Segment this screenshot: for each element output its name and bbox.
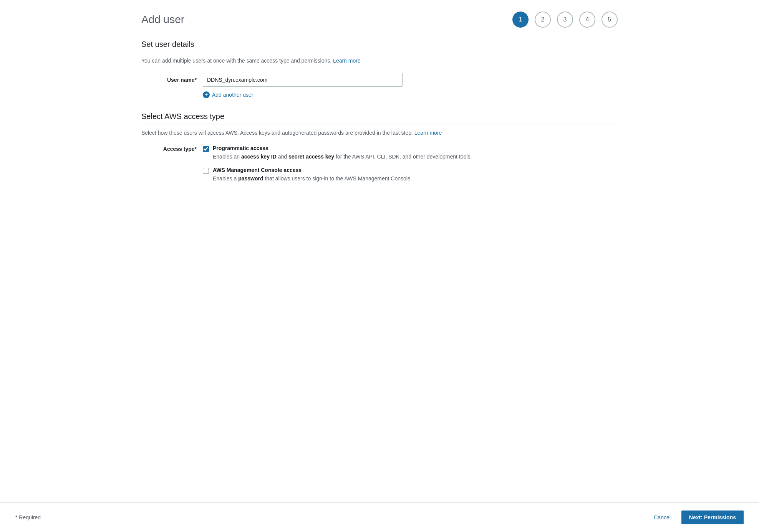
programmatic-access-checkbox[interactable] — [203, 146, 209, 152]
access-type-label: Access type* — [149, 145, 203, 152]
step-4[interactable]: 4 — [579, 12, 595, 28]
console-access-checkbox[interactable] — [203, 168, 209, 174]
access-type-learn-more[interactable]: Learn more — [414, 130, 442, 136]
access-type-title: Select AWS access type — [141, 112, 618, 121]
cancel-button[interactable]: Cancel — [649, 511, 675, 524]
page-header: Add user 1 2 3 4 5 — [141, 12, 618, 28]
step-3[interactable]: 3 — [557, 12, 573, 28]
step-1[interactable]: 1 — [512, 12, 529, 28]
user-name-label: User name* — [149, 77, 203, 83]
required-note: * Required — [15, 514, 41, 520]
page-title: Add user — [141, 13, 184, 26]
footer-actions: Cancel Next: Permissions — [649, 511, 744, 524]
access-type-description: Select how these users will access AWS. … — [141, 130, 618, 136]
console-access-content: AWS Management Console access Enables a … — [213, 167, 412, 183]
add-another-user-label: Add another user — [212, 92, 253, 98]
section-divider-1 — [141, 52, 618, 52]
access-type-section: Select AWS access type Select how these … — [141, 112, 618, 183]
set-user-details-title: Set user details — [141, 40, 618, 49]
section-divider-2 — [141, 124, 618, 124]
programmatic-access-content: Programmatic access Enables an access ke… — [213, 145, 472, 161]
access-type-options: Programmatic access Enables an access ke… — [203, 145, 472, 183]
access-type-row: Access type* Programmatic access Enables… — [141, 145, 618, 183]
programmatic-access-title[interactable]: Programmatic access — [213, 145, 472, 151]
set-user-details-description: You can add multiple users at once with … — [141, 58, 618, 64]
user-name-input[interactable] — [203, 73, 403, 87]
add-another-user-row: + Add another user — [141, 91, 618, 98]
programmatic-access-desc: Enables an access key ID and secret acce… — [213, 153, 472, 161]
next-permissions-button[interactable]: Next: Permissions — [681, 511, 744, 524]
step-2[interactable]: 2 — [535, 12, 551, 28]
console-access-title[interactable]: AWS Management Console access — [213, 167, 412, 173]
step-5[interactable]: 5 — [602, 12, 618, 28]
user-name-row: User name* — [141, 73, 618, 87]
plus-circle-icon: + — [203, 91, 210, 98]
set-user-details-section: Set user details You can add multiple us… — [141, 40, 618, 98]
stepper: 1 2 3 4 5 — [512, 12, 618, 28]
set-user-details-learn-more[interactable]: Learn more — [333, 58, 361, 64]
programmatic-access-option: Programmatic access Enables an access ke… — [203, 145, 472, 161]
add-another-user-button[interactable]: + Add another user — [203, 91, 253, 98]
console-access-desc: Enables a password that allows users to … — [213, 175, 412, 183]
console-access-option: AWS Management Console access Enables a … — [203, 167, 472, 183]
page-footer: * Required Cancel Next: Permissions — [0, 502, 759, 532]
